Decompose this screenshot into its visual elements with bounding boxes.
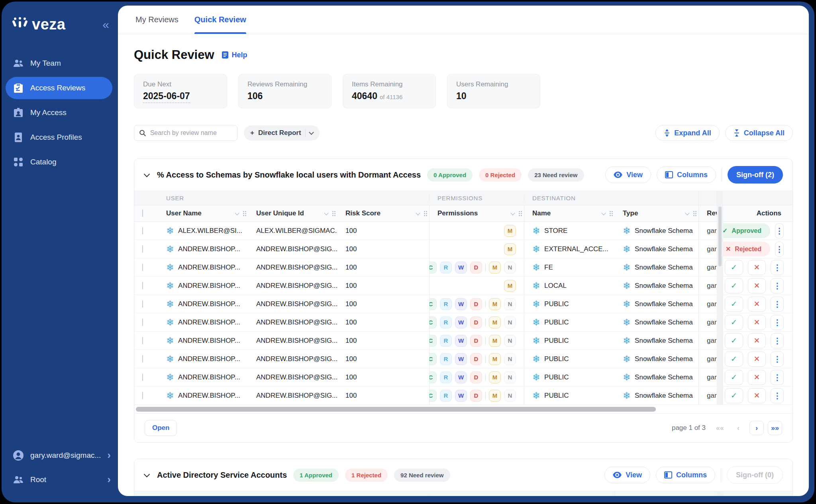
approve-button[interactable]: ✓ [725, 315, 743, 330]
drag-handle-icon[interactable] [518, 211, 522, 216]
first-page-button[interactable]: «« [713, 421, 727, 435]
row-menu-button[interactable]: ⋮ [771, 297, 784, 312]
permission-chip-D: D [470, 335, 482, 347]
sidebar-item-access-reviews[interactable]: Access Reviews [6, 77, 112, 99]
row-checkbox[interactable] [142, 300, 143, 308]
collapse-all-button[interactable]: Collapse All [725, 125, 793, 141]
approve-button[interactable]: ✓ [725, 388, 743, 403]
prev-page-button[interactable]: ‹ [731, 421, 745, 435]
section-collapse-icon[interactable] [144, 171, 150, 177]
approve-button[interactable]: ✓ [725, 370, 743, 385]
drag-handle-icon[interactable] [609, 211, 612, 216]
columns-button[interactable]: Columns [657, 166, 716, 183]
drag-handle-icon[interactable] [693, 211, 696, 216]
row-menu-button[interactable]: ⋮ [771, 333, 784, 348]
reject-button[interactable]: ✕ [748, 315, 766, 330]
sidebar-collapse-icon[interactable]: « [102, 19, 109, 31]
page-title: Quick Review [134, 48, 214, 62]
clipboard-check-icon [13, 82, 24, 94]
row-menu-button[interactable]: ⋮ [771, 388, 784, 403]
reject-button[interactable]: ✕ [748, 297, 766, 312]
sidebar-item-my-team[interactable]: My Team [2, 52, 118, 74]
col-dest-type[interactable]: Type [615, 205, 698, 221]
col-unique-id[interactable]: User Unique Id [248, 205, 337, 221]
reject-button[interactable]: ✕ [748, 260, 766, 275]
vertical-scrollbar[interactable] [717, 191, 723, 405]
view-button[interactable]: View [605, 166, 651, 183]
last-page-button[interactable]: »» [768, 421, 782, 435]
row-menu-button[interactable]: ⋮ [775, 242, 784, 257]
row-menu-button[interactable]: ⋮ [775, 223, 784, 238]
row-checkbox[interactable] [142, 392, 143, 399]
row-checkbox[interactable] [142, 337, 143, 344]
risk-score-cell: 100 [337, 258, 429, 276]
search-box[interactable] [134, 125, 237, 141]
horizontal-scrollbar-thumb[interactable] [136, 407, 656, 412]
row-menu-button[interactable]: ⋮ [771, 315, 784, 330]
sort-icon[interactable] [235, 211, 239, 215]
sort-icon[interactable] [324, 211, 328, 215]
approve-button[interactable]: ✓ [725, 297, 743, 312]
user-account-item[interactable]: gary.ward@sigmac... › [13, 449, 111, 461]
sort-icon[interactable] [685, 211, 689, 215]
row-menu-button[interactable]: ⋮ [771, 260, 784, 275]
vertical-scrollbar-thumb[interactable] [718, 207, 722, 266]
approve-button[interactable]: ✓ [725, 260, 743, 275]
view-button[interactable]: View [604, 467, 650, 483]
vertical-scrollbar[interactable] [717, 491, 723, 496]
signoff-button-disabled[interactable]: Sign-off (0) [727, 466, 783, 484]
chevron-down-icon[interactable] [309, 130, 314, 135]
row-checkbox[interactable] [142, 227, 143, 234]
drag-handle-icon[interactable] [424, 211, 427, 216]
col-dest-name[interactable]: Name [524, 205, 615, 221]
help-link[interactable]: Help [222, 51, 247, 59]
tab-quick-review[interactable]: Quick Review [194, 6, 246, 34]
reject-button[interactable]: ✕ [748, 352, 766, 367]
permission-group-divider [485, 355, 486, 363]
col-permissions[interactable]: Permissions [429, 205, 524, 221]
columns-button[interactable]: Columns [656, 467, 715, 483]
signoff-button[interactable]: Sign-off (2) [728, 166, 783, 184]
reject-button[interactable]: ✕ [748, 333, 766, 348]
col-reviewers[interactable]: Revi [698, 205, 717, 221]
permission-chip-N: N [504, 335, 516, 347]
direct-report-filter[interactable]: + Direct Report [244, 125, 320, 141]
drag-handle-icon[interactable] [243, 211, 246, 216]
reject-button[interactable]: ✕ [748, 370, 766, 385]
drag-handle-icon[interactable] [332, 211, 335, 216]
row-menu-button[interactable]: ⋮ [771, 370, 784, 385]
row-checkbox[interactable] [142, 355, 143, 363]
row-checkbox[interactable] [142, 318, 143, 326]
sort-icon[interactable] [601, 211, 606, 215]
approve-button[interactable]: ✓ [725, 333, 743, 348]
reject-button[interactable]: ✕ [748, 388, 766, 403]
permission-chip-M: M [489, 262, 501, 273]
sort-icon[interactable] [510, 211, 515, 215]
actions-cell: ✓Approved ✕Rejected ✓ ✕ ⋮ [717, 277, 792, 295]
next-page-button[interactable]: › [749, 421, 764, 435]
approve-button[interactable]: ✓ [725, 352, 743, 367]
sidebar-item-access-profiles[interactable]: Access Profiles [2, 126, 118, 148]
row-checkbox[interactable] [142, 282, 143, 289]
tab-my-reviews[interactable]: My Reviews [135, 6, 178, 34]
col-risk-score[interactable]: Risk Score [337, 205, 429, 221]
row-checkbox[interactable] [142, 245, 143, 253]
expand-all-button[interactable]: Expand All [655, 125, 719, 141]
row-checkbox[interactable] [142, 373, 143, 381]
col-user-name[interactable]: User Name [158, 205, 248, 221]
sort-icon[interactable] [416, 211, 420, 215]
row-checkbox[interactable] [142, 264, 143, 271]
approve-button[interactable]: ✓ [725, 278, 743, 293]
row-menu-button[interactable]: ⋮ [771, 278, 784, 293]
search-input[interactable] [150, 129, 232, 137]
sidebar-item-my-access[interactable]: My Access [2, 102, 118, 124]
row-menu-button[interactable]: ⋮ [771, 352, 784, 367]
open-button[interactable]: Open [145, 420, 177, 436]
reject-button[interactable]: ✕ [748, 278, 766, 293]
section-collapse-icon[interactable] [144, 471, 150, 477]
select-all-checkbox[interactable] [142, 209, 143, 217]
horizontal-scrollbar[interactable] [134, 405, 792, 414]
root-team-item[interactable]: Root › [13, 473, 111, 486]
reviewer-cell: gary [698, 313, 717, 331]
sidebar-item-catalog[interactable]: Catalog [2, 151, 118, 173]
